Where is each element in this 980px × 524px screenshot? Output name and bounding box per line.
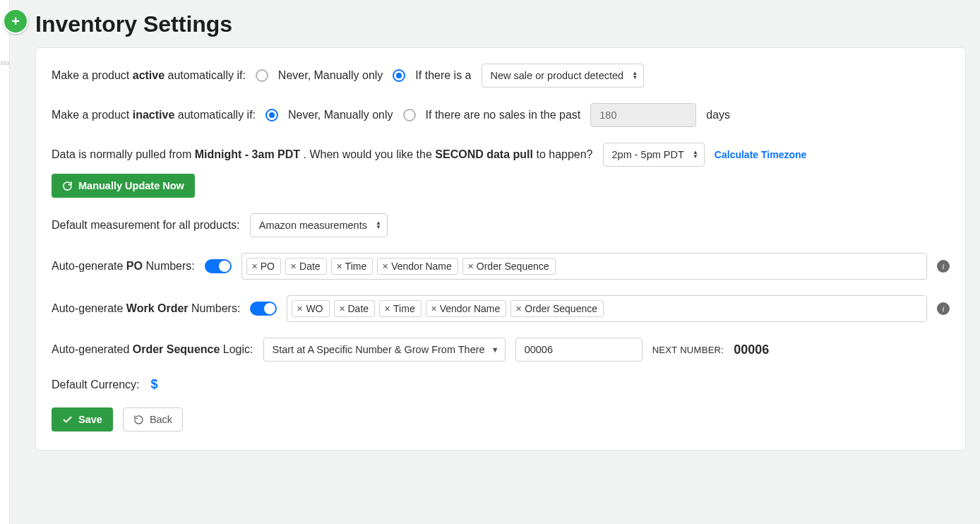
row-po-numbers: Auto-generate PO Numbers: ✕PO ✕Date ✕Tim… [52,253,950,280]
remove-tag-icon[interactable]: ✕ [336,262,342,271]
currency-label: Default Currency: [52,379,140,391]
row-order-sequence: Auto-generated Order Sequence Logic: Sta… [52,338,950,362]
remove-tag-icon[interactable]: ✕ [431,304,437,314]
remove-tag-icon[interactable]: ✕ [251,262,258,271]
save-label: Save [78,414,102,425]
po-tag[interactable]: ✕Order Sequence [462,258,556,275]
chevron-updown-icon: ▲▼ [632,71,638,80]
active-radio-never[interactable] [256,69,268,82]
wo-tag[interactable]: ✕Date [334,300,376,317]
po-tag[interactable]: ✕Time [331,258,374,275]
inactive-days-input[interactable]: 180 [590,103,696,127]
back-label: Back [150,414,172,425]
remove-tag-icon[interactable]: ✕ [467,262,474,271]
inactive-days-value: 180 [599,109,616,121]
measurement-select-value: Amazon measurements [259,220,367,231]
seq-logic-select[interactable]: Start at A Specific Number & Grow From T… [263,338,506,362]
measurement-label: Default measurement for all products: [52,219,240,232]
datapull-window-select[interactable]: 2pm - 5pm PDT ▲▼ [603,143,705,167]
active-label: Make a product active automatically if: [52,69,246,82]
inactive-label: Make a product inactive automatically if… [52,109,256,121]
inactive-days-unit: days [706,109,730,121]
seq-label: Auto-generated Order Sequence Logic: [52,343,253,356]
inactive-radio-never[interactable] [265,109,278,121]
plus-icon: + [11,13,20,30]
remove-tag-icon[interactable]: ✕ [297,304,303,314]
active-radio-condition[interactable] [393,69,405,82]
chevron-updown-icon: ▲▼ [693,150,698,159]
seq-start-input[interactable]: 00006 [515,338,643,362]
active-radio-condition-label: If there is a [415,69,471,82]
inactive-radio-nosales-label: If there are no sales in the past [426,109,581,121]
row-measurement: Default measurement for all products: Am… [52,213,950,237]
seq-next-label: NEXT NUMBER: [652,345,724,355]
po-tagbox[interactable]: ✕PO ✕Date ✕Time ✕Vendor Name ✕Order Sequ… [241,253,927,280]
wo-tag[interactable]: ✕WO [292,300,329,317]
active-radio-never-label: Never, Manually only [278,69,383,82]
currency-symbol[interactable]: $ [151,377,158,392]
remove-tag-icon[interactable]: ✕ [339,304,345,314]
po-tag[interactable]: ✕Vendor Name [377,258,458,275]
row-wo-numbers: Auto-generate Work Order Numbers: ✕WO ✕D… [52,295,950,322]
seq-next-value: 00006 [734,343,769,357]
chevron-down-icon: ▼ [491,345,499,354]
wo-toggle[interactable] [250,302,277,316]
refresh-icon [62,181,73,191]
info-icon[interactable]: i [937,302,950,315]
row-inactive: Make a product inactive automatically if… [52,103,950,127]
po-tag[interactable]: ✕Date [285,258,327,275]
po-label: Auto-generate PO Numbers: [52,260,195,273]
po-tag[interactable]: ✕PO [246,258,281,275]
chevron-updown-icon: ▲▼ [376,221,381,230]
info-icon[interactable]: i [937,260,950,273]
save-button[interactable]: Save [52,407,113,431]
back-button[interactable]: Back [123,407,183,431]
seq-logic-value: Start at A Specific Number & Grow From T… [273,344,485,355]
page-title: Inventory Settings [35,11,966,37]
po-toggle[interactable] [205,259,232,273]
undo-icon [133,415,144,425]
action-row: Save Back [52,407,950,431]
remove-tag-icon[interactable]: ✕ [290,262,297,271]
datapull-text: Data is normally pulled from Midnight - … [52,148,593,161]
remove-tag-icon[interactable]: ✕ [384,304,390,314]
wo-tagbox[interactable]: ✕WO ✕Date ✕Time ✕Vendor Name ✕Order Sequ… [287,295,927,322]
wo-tag[interactable]: ✕Vendor Name [426,300,507,317]
wo-tag[interactable]: ✕Time [379,300,422,317]
row-currency: Default Currency: $ [52,377,950,392]
wo-tag[interactable]: ✕Order Sequence [510,300,604,317]
remove-tag-icon[interactable]: ✕ [382,262,388,271]
datapull-window-value: 2pm - 5pm PDT [612,149,684,160]
add-button[interactable]: + [3,8,28,34]
active-condition-select[interactable]: New sale or product detected ▲▼ [482,64,645,88]
measurement-select[interactable]: Amazon measurements ▲▼ [250,213,388,237]
active-condition-select-value: New sale or product detected [491,70,624,81]
wo-label: Auto-generate Work Order Numbers: [52,302,240,315]
manually-update-label: Manually Update Now [78,180,184,191]
inactive-radio-nosales[interactable] [403,109,416,121]
check-icon [62,415,73,425]
seq-start-value: 00006 [525,344,553,355]
settings-card: Make a product active automatically if: … [35,47,966,451]
calculate-timezone-link[interactable]: Calculate Timezone [715,149,806,160]
manually-update-button[interactable]: Manually Update Now [52,174,195,198]
sidebar-rail: eta [0,0,10,524]
remove-tag-icon[interactable]: ✕ [515,304,522,314]
row-datapull: Data is normally pulled from Midnight - … [52,143,950,198]
row-active: Make a product active automatically if: … [52,64,950,88]
inactive-radio-never-label: Never, Manually only [288,109,393,121]
